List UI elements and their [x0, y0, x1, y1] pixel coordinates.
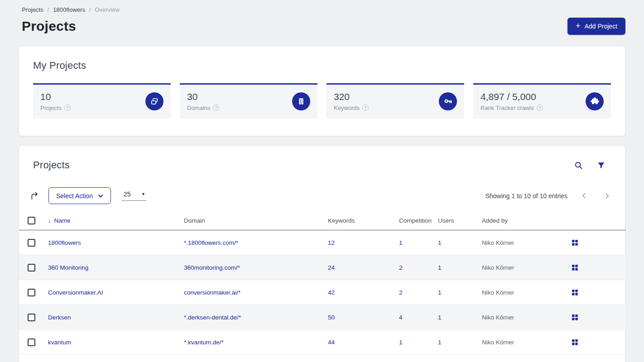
dashboard-grid-icon[interactable]: [572, 314, 578, 320]
users-count[interactable]: 1: [438, 289, 442, 296]
project-name-link[interactable]: Conversionmaker.AI: [48, 289, 103, 296]
users-count[interactable]: 1: [438, 314, 442, 321]
competition-count[interactable]: 2: [399, 264, 403, 271]
stat-card-crawls: 4,897 / 5,000 Rank Tracker crawls ?: [473, 83, 611, 119]
keywords-count[interactable]: 42: [328, 289, 335, 296]
stat-card-domains: 30 Domains ?: [180, 83, 317, 119]
row-checkbox[interactable]: [28, 264, 35, 272]
export-arrow-icon[interactable]: [30, 191, 39, 200]
chevron-down-icon: [98, 193, 103, 199]
keywords-count[interactable]: 12: [328, 239, 335, 246]
project-domain-link[interactable]: conversionmaker.ai/*: [184, 289, 240, 296]
page: Projects / 1800flowers / Overview Projec…: [0, 0, 644, 362]
caret-down-icon: ▼: [141, 192, 145, 196]
stat-value: 10: [40, 91, 71, 102]
column-header-added-by[interactable]: Added by: [482, 214, 572, 230]
breadcrumb-projects[interactable]: Projects: [22, 6, 43, 13]
column-header-users[interactable]: Users: [438, 214, 482, 230]
project-name-link[interactable]: kvantum: [48, 339, 71, 346]
table-row: Conversionmaker.AI conversionmaker.ai/* …: [19, 280, 626, 305]
stat-label: Rank Tracker crawls: [481, 105, 534, 111]
help-icon[interactable]: ?: [362, 105, 369, 111]
added-by: Niko Körner: [482, 289, 514, 296]
project-domain-link[interactable]: *.kvantum.de/*: [184, 339, 224, 346]
project-name-link[interactable]: 360 Monitoring: [48, 264, 88, 271]
filter-icon[interactable]: [597, 161, 606, 170]
users-count[interactable]: 1: [438, 264, 442, 271]
users-count[interactable]: 1: [438, 239, 442, 246]
projects-table-card: Projects: [19, 145, 625, 362]
page-size-select[interactable]: 25 ▼: [122, 191, 146, 201]
title-row: Projects + Add Project: [19, 18, 625, 35]
key-icon: [439, 92, 457, 110]
column-header-name[interactable]: ↓Name: [48, 214, 184, 230]
breadcrumb-separator: /: [47, 6, 49, 13]
stat-value: 30: [187, 91, 219, 102]
competition-count[interactable]: 4: [399, 314, 403, 321]
users-count[interactable]: 1: [438, 339, 442, 346]
prev-page-icon[interactable]: [580, 192, 588, 200]
added-by: Niko Körner: [482, 239, 514, 246]
column-header-competition[interactable]: Competition: [399, 214, 438, 230]
project-domain-link[interactable]: *.derksen-dental.de/*: [184, 314, 241, 321]
breadcrumb-overview: Overview: [95, 6, 120, 13]
competition-count[interactable]: 1: [399, 339, 403, 346]
dashboard-grid-icon[interactable]: [572, 290, 578, 295]
stat-text: 30 Domains ?: [187, 91, 219, 111]
stat-card-keywords: 320 Keywords ?: [327, 83, 464, 119]
help-icon[interactable]: ?: [537, 105, 543, 111]
competition-count[interactable]: 2: [399, 289, 403, 296]
help-icon[interactable]: ?: [213, 105, 219, 111]
stat-label: Keywords: [334, 105, 360, 111]
stat-value: 320: [334, 91, 369, 102]
added-by: Niko Körner: [482, 314, 514, 321]
competition-count[interactable]: 1: [399, 239, 403, 246]
dashboard-grid-icon[interactable]: [572, 240, 578, 246]
project-name-link[interactable]: Derksen: [48, 314, 71, 321]
stat-label: Domains: [187, 105, 210, 111]
stat-grid: 10 Projects ? 30 Domai: [33, 83, 611, 119]
keywords-count[interactable]: 50: [328, 314, 335, 321]
breadcrumb: Projects / 1800flowers / Overview: [19, 6, 625, 13]
keywords-count[interactable]: 44: [328, 339, 335, 346]
breadcrumb-1800flowers[interactable]: 1800flowers: [53, 6, 85, 13]
row-checkbox[interactable]: [28, 338, 35, 346]
breadcrumb-separator: /: [89, 6, 91, 13]
plus-icon: +: [576, 22, 581, 30]
table-header-row: ↓Name Domain Keywords Competition Users …: [19, 214, 626, 230]
project-name-link[interactable]: 1800flowers: [48, 239, 81, 246]
project-domain-link[interactable]: 360monitoring.com/*: [184, 264, 240, 271]
added-by: Niko Körner: [482, 339, 514, 346]
search-icon[interactable]: [574, 161, 583, 170]
keywords-count[interactable]: 24: [328, 264, 335, 271]
dashboard-grid-icon[interactable]: [572, 339, 578, 345]
next-page-icon[interactable]: [603, 192, 611, 200]
sort-desc-icon: ↓: [48, 217, 51, 224]
stat-value: 4,897 / 5,000: [481, 91, 543, 102]
select-action-dropdown[interactable]: Select Action: [48, 187, 111, 204]
pagination: [580, 192, 611, 200]
my-projects-title: My Projects: [33, 60, 611, 71]
add-project-label: Add Project: [585, 23, 617, 30]
row-checkbox[interactable]: [28, 314, 35, 321]
projects-table: ↓Name Domain Keywords Competition Users …: [19, 214, 626, 355]
select-all-checkbox[interactable]: [28, 217, 35, 224]
stat-text: 4,897 / 5,000 Rank Tracker crawls ?: [481, 91, 543, 111]
project-domain-link[interactable]: *.1800flowers.com/*: [184, 239, 238, 246]
select-action-label: Select Action: [56, 192, 93, 200]
row-checkbox[interactable]: [28, 239, 35, 247]
table-row: Derksen *.derksen-dental.de/* 50 4 1 Nik…: [19, 305, 626, 330]
dashboard-grid-icon[interactable]: [572, 265, 578, 271]
stat-card-projects: 10 Projects ?: [33, 83, 171, 119]
help-icon[interactable]: ?: [64, 105, 71, 111]
my-projects-card: My Projects 10 Projects ?: [19, 46, 625, 136]
showing-entries-text: Showing 1 to 10 of 10 entries: [485, 192, 567, 200]
table-row: kvantum *.kvantum.de/* 44 1 1 Niko Körne…: [19, 330, 626, 355]
column-header-actions: [572, 214, 626, 230]
add-project-button[interactable]: + Add Project: [567, 18, 625, 35]
page-size-value: 25: [124, 191, 131, 198]
row-checkbox[interactable]: [28, 289, 35, 296]
screens-icon: [145, 92, 163, 110]
column-header-domain[interactable]: Domain: [184, 214, 328, 230]
column-header-keywords[interactable]: Keywords: [328, 214, 399, 230]
